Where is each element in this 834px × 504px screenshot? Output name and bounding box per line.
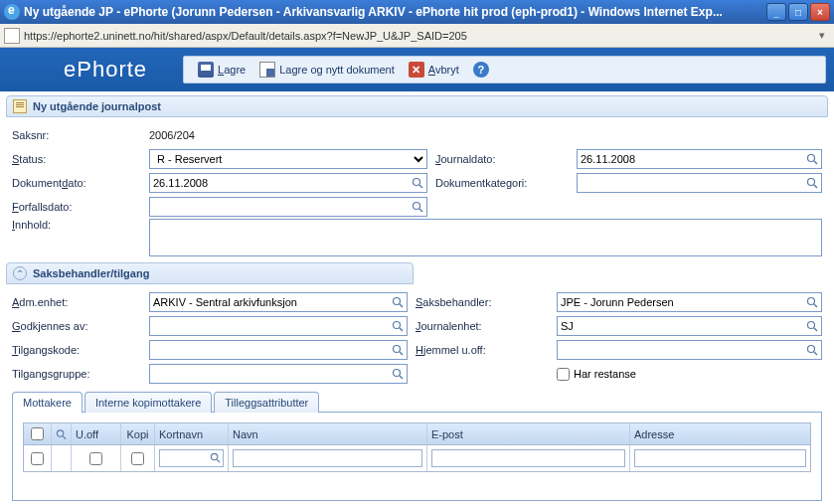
restanse-checkbox[interactable] <box>557 368 570 381</box>
row-kopi-checkbox[interactable] <box>131 452 144 465</box>
address-bar: https://ephorte2.uninett.no/hit/shared/a… <box>0 24 834 48</box>
row-epost-input[interactable] <box>431 449 625 467</box>
label-tilgkode: Tilgangskode: <box>12 344 141 356</box>
status-select[interactable]: R - Reservert <box>149 149 427 169</box>
window-titlebar: Ny utgående JP - ePhorte (Jorunn Pederse… <box>0 0 834 24</box>
label-innhold: Innhold: <box>12 219 141 231</box>
dokdato-input[interactable] <box>149 173 427 193</box>
header-adresse[interactable]: Adresse <box>630 423 810 444</box>
page-icon <box>4 28 20 44</box>
svg-line-21 <box>400 376 403 379</box>
save-new-button[interactable]: Lagre og nytt dokument <box>259 62 395 78</box>
app-logo: ePhorte <box>64 57 147 83</box>
svg-point-24 <box>211 453 217 459</box>
section-header-access: ⌃ Saksbehandler/tilgang <box>6 262 414 284</box>
godkj-input[interactable] <box>149 316 408 336</box>
svg-line-19 <box>814 352 817 355</box>
cancel-icon: ✕ <box>409 62 424 78</box>
save-new-icon <box>259 62 275 78</box>
header-epost[interactable]: E-post <box>427 423 630 444</box>
forfall-lookup-icon[interactable] <box>410 199 425 215</box>
journalenhet-lookup-icon[interactable] <box>804 318 820 334</box>
label-dokdato: Dokumentdato: <box>12 177 141 189</box>
hjemmel-input[interactable] <box>557 340 822 360</box>
svg-point-4 <box>808 179 815 186</box>
tabs-container: Mottakere Interne kopimottakere Tilleggs… <box>0 390 834 501</box>
url-dropdown-icon[interactable]: ▾ <box>814 28 830 44</box>
tilggruppe-lookup-icon[interactable] <box>390 366 406 382</box>
dokkat-lookup-icon[interactable] <box>804 175 820 191</box>
window-title: Ny utgående JP - ePhorte (Jorunn Pederse… <box>24 5 766 19</box>
tab-mottakere[interactable]: Mottakere <box>12 392 83 413</box>
label-restanse: Har restanse <box>574 368 636 380</box>
label-saksnr: Saksnr: <box>12 129 141 141</box>
table-header: U.off Kopi Kortnavn Navn E-post Adresse <box>24 423 810 445</box>
godkj-lookup-icon[interactable] <box>390 318 406 334</box>
svg-point-10 <box>808 298 815 305</box>
tilgkode-input[interactable] <box>149 340 408 360</box>
label-saksbeh: Saksbehandler: <box>416 296 549 308</box>
journaldato-lookup-icon[interactable] <box>804 151 820 167</box>
label-godkj: Godkjennes av: <box>12 320 141 332</box>
svg-line-1 <box>814 161 817 164</box>
row-kortnavn-lookup-icon[interactable] <box>210 452 221 463</box>
save-button[interactable]: Lagre <box>198 62 246 78</box>
journalenhet-input[interactable] <box>557 316 822 336</box>
minimize-button[interactable]: _ <box>766 3 786 21</box>
form-journalpost: Saksnr: 2006/204 Status: R - Reservert J… <box>0 117 834 262</box>
tab-interne-kopimottakere[interactable]: Interne kopimottakere <box>84 392 212 413</box>
tilggruppe-input[interactable] <box>149 364 408 384</box>
svg-line-13 <box>400 328 403 331</box>
row-navn-input[interactable] <box>233 449 422 467</box>
saksbeh-lookup-icon[interactable] <box>804 294 820 310</box>
help-button[interactable]: ? <box>473 62 489 78</box>
header-kopi[interactable]: Kopi <box>121 423 155 444</box>
row-adresse-input[interactable] <box>634 449 806 467</box>
svg-point-2 <box>414 179 420 186</box>
svg-line-23 <box>63 435 66 438</box>
forfall-input[interactable] <box>149 197 427 217</box>
svg-line-7 <box>419 209 422 212</box>
maximize-button[interactable]: □ <box>788 3 808 21</box>
document-icon <box>13 99 27 113</box>
header-lookup-icon <box>52 423 72 444</box>
label-journaldato: Journaldato: <box>435 153 569 165</box>
svg-line-3 <box>419 185 422 188</box>
svg-point-18 <box>808 346 815 353</box>
svg-line-5 <box>814 185 817 188</box>
label-dokkat: Dokumentkategori: <box>435 177 569 189</box>
innhold-textarea[interactable] <box>149 219 822 256</box>
tilgkode-lookup-icon[interactable] <box>390 342 406 358</box>
header-navn[interactable]: Navn <box>229 423 427 444</box>
saksbeh-input[interactable] <box>557 292 822 312</box>
dokkat-input[interactable] <box>577 173 822 193</box>
dokdato-lookup-icon[interactable] <box>410 175 425 191</box>
tab-tilleggsattributter[interactable]: Tilleggsattributter <box>214 392 319 413</box>
svg-point-16 <box>394 346 401 353</box>
select-all-checkbox[interactable] <box>31 427 44 440</box>
section-header-journalpost: Ny utgående journalpost <box>6 95 828 117</box>
label-admenhet: Adm.enhet: <box>12 296 141 308</box>
ie-icon <box>4 4 20 20</box>
svg-line-17 <box>400 352 403 355</box>
recipients-table: U.off Kopi Kortnavn Navn E-post Adresse <box>23 422 811 472</box>
svg-point-22 <box>57 429 63 435</box>
tab-panel-mottakere: U.off Kopi Kortnavn Navn E-post Adresse <box>12 412 822 501</box>
hjemmel-lookup-icon[interactable] <box>804 342 820 358</box>
cancel-button[interactable]: ✕ Avbryt <box>409 62 459 78</box>
url-text[interactable]: https://ephorte2.uninett.no/hit/shared/a… <box>24 30 810 42</box>
collapse-toggle-icon[interactable]: ⌃ <box>13 266 27 280</box>
admenhet-lookup-icon[interactable] <box>390 294 406 310</box>
row-select-checkbox[interactable] <box>31 452 44 465</box>
table-row <box>24 445 810 471</box>
header-uoff[interactable]: U.off <box>72 423 121 444</box>
svg-point-14 <box>808 322 815 329</box>
label-tilggruppe: Tilgangsgruppe: <box>12 368 141 380</box>
header-kortnavn[interactable]: Kortnavn <box>155 423 229 444</box>
row-uoff-checkbox[interactable] <box>89 452 102 465</box>
help-icon: ? <box>473 62 489 78</box>
admenhet-input[interactable] <box>149 292 408 312</box>
journaldato-input[interactable] <box>577 149 822 169</box>
close-button[interactable]: × <box>810 3 830 21</box>
section-title-journalpost: Ny utgående journalpost <box>33 100 161 112</box>
